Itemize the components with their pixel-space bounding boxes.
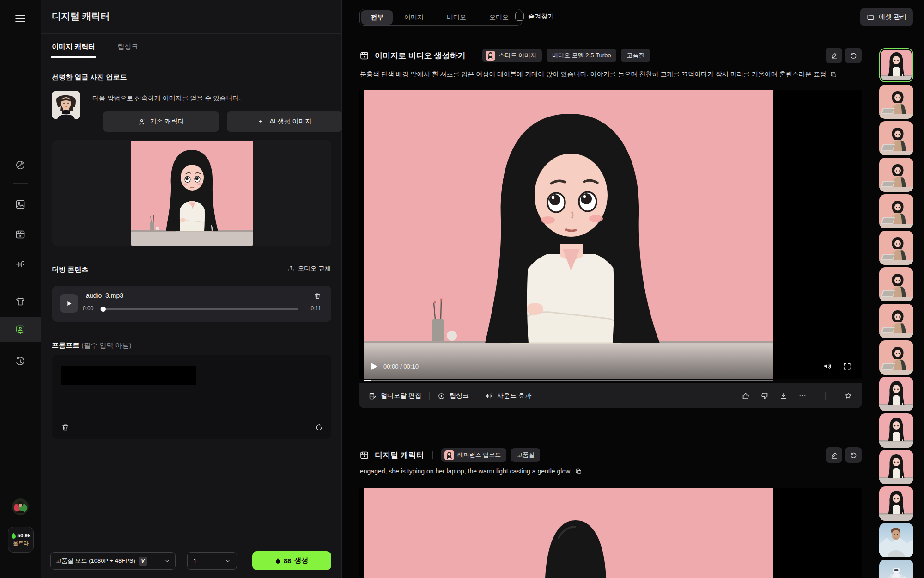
badge-label: 고품질 (626, 51, 644, 60)
membership-v-badge: V (139, 557, 147, 566)
creation-tool-icon[interactable] (0, 153, 41, 178)
card-title: 디지털 캐릭터 (375, 450, 424, 461)
video-tool-icon[interactable] (0, 222, 41, 247)
history-thumbnail-12[interactable] (879, 450, 913, 484)
history-thumbnail-7[interactable] (879, 267, 913, 301)
ai-generate-image-button[interactable]: AI 생성 이미지 (227, 111, 342, 132)
tab-image-character[interactable]: 이미지 캐릭터 (52, 43, 95, 58)
replace-audio-label: 오디오 교체 (298, 264, 331, 273)
history-thumbnail-11[interactable] (879, 413, 913, 448)
hamburger-menu-icon[interactable] (11, 10, 30, 27)
favorite-star-icon[interactable] (844, 392, 852, 400)
card-badges: 레퍼런스 업로드고품질 (441, 448, 541, 462)
prompt-textarea[interactable] (52, 355, 331, 439)
history-thumbnail-13[interactable] (879, 486, 913, 521)
digital-character-tool-icon[interactable] (0, 317, 41, 342)
asset-manager-button[interactable]: 애셋 관리 (860, 8, 913, 26)
prompt-clear-icon[interactable] (61, 424, 69, 431)
badge-레퍼런스 업로드[interactable]: 레퍼런스 업로드 (441, 448, 507, 462)
badge-label: 고품질 (517, 451, 535, 459)
audio-current-time: 0:00 (83, 305, 93, 312)
character-image-preview[interactable] (52, 140, 331, 246)
dubbing-heading: 더빙 콘텐츠 (52, 265, 88, 274)
filter-tab-비디오[interactable]: 비디오 (435, 10, 478, 25)
audio-seek-bar[interactable] (100, 308, 298, 310)
action-멀티모달 편집[interactable]: 멀티모달 편집 (369, 392, 421, 400)
page-title: 디지털 캐릭터 (52, 10, 110, 23)
audio-play-button[interactable] (60, 294, 78, 313)
generation-footer: 고품질 모드 (1080P + 48FPS) V 1 88 생성 (41, 545, 342, 578)
quality-mode-select[interactable]: 고품질 모드 (1080P + 48FPS) V (50, 552, 176, 570)
audio-delete-icon[interactable] (314, 292, 321, 300)
character-image-player[interactable] (359, 488, 862, 578)
history-thumbnail-9[interactable] (879, 340, 913, 375)
multimodal-edit-icon (369, 392, 377, 400)
history-thumbnail-1-selected[interactable] (879, 48, 913, 82)
credits-badge[interactable]: 50.9k 울트라 (8, 527, 34, 553)
badge-비디오 모델 2.5 Turbo[interactable]: 비디오 모델 2.5 Turbo (547, 49, 616, 62)
video-player[interactable]: 00:00 / 00:10 (359, 90, 862, 379)
history-thumbnail-3[interactable] (879, 121, 913, 155)
rail-more-button[interactable]: ··· (0, 560, 41, 572)
action-label: 립싱크 (450, 392, 469, 400)
more-options-icon[interactable] (798, 392, 807, 400)
copy-icon[interactable] (575, 468, 582, 475)
history-thumbnail-5[interactable] (879, 194, 913, 228)
tab-lipsync[interactable]: 립싱크 (117, 43, 138, 58)
history-thumbnail-6[interactable] (879, 231, 913, 265)
video-description: 분홍색 단색 배경 앞에서 흰 셔츠를 입은 여성이 테이블에 기대어 앉아 있… (360, 70, 827, 79)
user-avatar[interactable] (12, 498, 29, 515)
chevron-down-icon (225, 558, 231, 564)
sample-face-photo (52, 91, 80, 119)
regenerate-button[interactable] (845, 48, 862, 63)
image-tool-icon[interactable] (0, 192, 41, 217)
history-thumbnail-8[interactable] (879, 304, 913, 338)
badge-고품질[interactable]: 고품질 (621, 49, 650, 62)
credits-value: 50.9k (18, 533, 31, 538)
video-description-row: 분홍색 단색 배경 앞에서 흰 셔츠를 입은 여성이 테이블에 기대어 앉아 있… (360, 70, 837, 79)
filter-tab-오디오[interactable]: 오디오 (478, 10, 520, 25)
thumbs-down-icon[interactable] (760, 392, 769, 400)
favorites-toggle[interactable]: 즐겨찾기 (515, 12, 554, 21)
badge-고품질[interactable]: 고품질 (511, 448, 540, 462)
prompt-refresh-icon[interactable] (315, 424, 323, 431)
video-generation-card: 이미지로 비디오 생성하기 스타트 이미지비디오 모델 2.5 Turbo고품질… (359, 48, 862, 408)
person-icon (138, 118, 146, 126)
character-description-row: engaged, she is typing on her laptop, th… (360, 467, 582, 475)
credit-flame-icon (11, 533, 16, 539)
favorites-checkbox[interactable] (515, 12, 524, 21)
copy-icon[interactable] (830, 71, 837, 78)
history-thumbnail-14[interactable] (879, 523, 913, 557)
video-progress-bar[interactable] (364, 380, 773, 381)
action-사운드 효과[interactable]: 사운드 효과 (485, 392, 531, 400)
edit-button[interactable] (826, 48, 842, 63)
volume-icon[interactable] (823, 362, 832, 371)
history-icon[interactable] (0, 349, 41, 374)
filter-tab-이미지[interactable]: 이미지 (393, 10, 435, 25)
video-frame (364, 90, 773, 379)
audio-player: audio_3.mp3 0:00 0:11 (52, 286, 331, 322)
edit-button[interactable] (826, 447, 842, 463)
history-thumbnail-4[interactable] (879, 158, 913, 192)
download-icon[interactable] (779, 392, 788, 400)
thumbs-up-icon[interactable] (742, 392, 750, 400)
fullscreen-icon[interactable] (843, 362, 851, 371)
video-clip-icon (359, 450, 369, 460)
generation-count-select[interactable]: 1 (187, 552, 237, 570)
badge-스타트 이미지[interactable]: 스타트 이미지 (482, 49, 542, 62)
history-thumbnail-10[interactable] (879, 377, 913, 411)
action-립싱크[interactable]: 립싱크 (438, 392, 469, 400)
generate-button[interactable]: 88 생성 (252, 551, 331, 570)
wardrobe-tool-icon[interactable] (0, 289, 41, 314)
history-thumbnail-2[interactable] (879, 85, 913, 119)
sound-effect-icon (485, 392, 493, 400)
replace-audio-button[interactable]: 오디오 교체 (287, 264, 331, 273)
video-play-button[interactable] (371, 363, 377, 370)
filter-tab-전부[interactable]: 전부 (361, 10, 393, 25)
regenerate-button[interactable] (845, 447, 862, 463)
audio-seek-knob[interactable] (101, 307, 106, 312)
image-frame (364, 488, 773, 578)
audio-tool-icon[interactable] (0, 252, 41, 277)
existing-character-button[interactable]: 기존 캐릭터 (103, 111, 219, 132)
history-thumbnail-15[interactable] (879, 560, 913, 578)
